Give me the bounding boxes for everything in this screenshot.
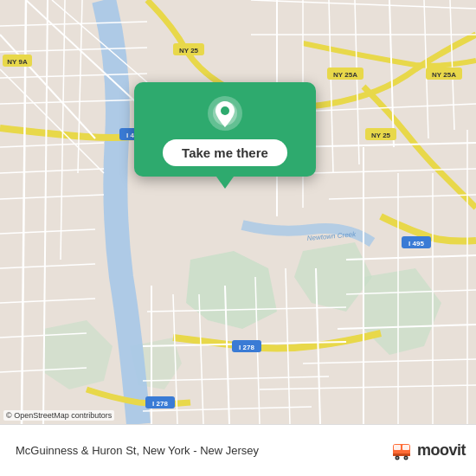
svg-text:NY 25A: NY 25A <box>432 71 456 79</box>
map-container: NY 25 NY 25A NY 25A NY 25 I 495 I 495 I … <box>0 0 476 424</box>
take-me-there-button[interactable]: Take me there <box>163 139 287 166</box>
svg-text:I 278: I 278 <box>239 344 254 351</box>
moovit-bus-icon <box>389 439 414 463</box>
svg-point-87 <box>396 457 398 459</box>
address-text: McGuinness & Huron St, New York - New Je… <box>16 444 389 457</box>
location-card: Take me there <box>134 82 316 177</box>
moovit-text: moovit <box>417 441 466 460</box>
svg-text:NY 25: NY 25 <box>179 47 199 55</box>
svg-text:NY 25A: NY 25A <box>333 71 357 79</box>
svg-text:NY 25: NY 25 <box>371 132 391 139</box>
svg-text:I 278: I 278 <box>152 400 168 408</box>
svg-text:I 495: I 495 <box>408 240 424 248</box>
svg-rect-84 <box>393 453 410 456</box>
svg-point-80 <box>221 106 229 115</box>
footer: McGuinness & Huron St, New York - New Je… <box>0 424 476 476</box>
svg-rect-83 <box>402 445 409 450</box>
map-pin-icon <box>206 94 244 132</box>
svg-point-88 <box>405 457 407 459</box>
svg-text:NY 9A: NY 9A <box>7 58 28 66</box>
osm-attribution: © OpenStreetMap contributors <box>3 410 114 421</box>
svg-rect-82 <box>394 445 401 450</box>
map-svg: NY 25 NY 25A NY 25A NY 25 I 495 I 495 I … <box>0 0 476 424</box>
moovit-logo: moovit <box>389 439 466 463</box>
